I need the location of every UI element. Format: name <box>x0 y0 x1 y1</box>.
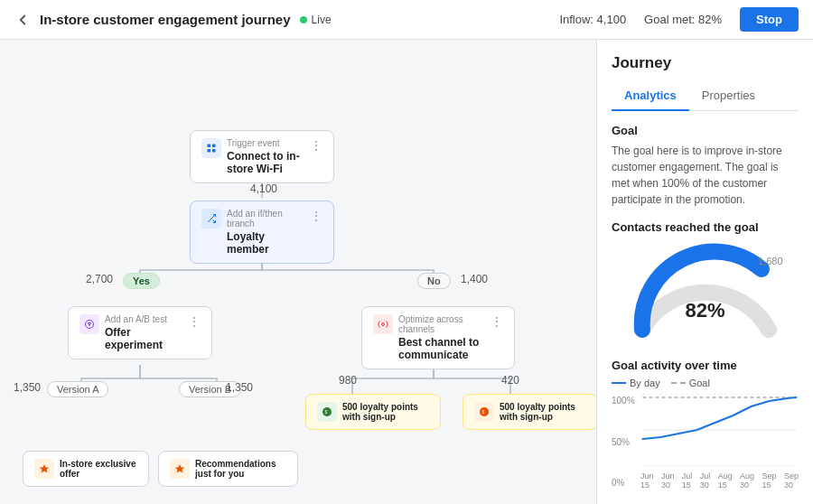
header-right: Inflow: 4,100 Goal met: 82% Stop <box>559 7 799 32</box>
x-label-jun15: Jun15 <box>640 471 654 490</box>
stop-button[interactable]: Stop <box>740 7 799 32</box>
y-label-0: 0% <box>612 478 637 488</box>
trigger-icon <box>201 138 221 158</box>
offer2-icon: $ <box>474 402 494 422</box>
exclusive-title: In-store exclusive offer <box>60 459 137 479</box>
tab-properties[interactable]: Properties <box>689 81 768 111</box>
journey-canvas: Trigger event Connect to in-store Wi-Fi … <box>0 40 596 504</box>
back-button[interactable] <box>14 12 31 28</box>
optimize-menu[interactable]: ⋮ <box>491 314 503 329</box>
ab-test-menu[interactable]: ⋮ <box>188 314 201 329</box>
svg-text:$: $ <box>482 409 485 415</box>
recommendations-node: Recommendations just for you <box>158 451 298 487</box>
live-badge: Live <box>300 14 332 26</box>
y-axis-labels: 100% 50% 0% <box>612 394 637 490</box>
count-version-a: 1,350 <box>14 381 41 394</box>
trigger-node-menu[interactable]: ⋮ <box>310 138 322 153</box>
x-label-jul30: Jul30 <box>700 471 711 490</box>
svg-rect-6 <box>212 149 216 153</box>
x-label-sep15: Sep15 <box>762 471 777 490</box>
version-a-label: Version A <box>57 384 98 395</box>
x-label-jul15: Jul15 <box>682 471 693 490</box>
panel-header: Journey Analytics Properties <box>597 40 813 111</box>
recommendations-icon <box>170 459 190 479</box>
svg-text:1,680: 1,680 <box>758 256 783 266</box>
no-badge: No <box>417 273 451 289</box>
branch-node-title: Loyalty member <box>227 230 304 256</box>
gauge-chart: 0 100% 1,680 <box>624 239 787 339</box>
offer1-icon: $ <box>317 402 337 422</box>
activity-title: Goal activity over time <box>612 359 799 372</box>
legend-goal-label: Goal <box>689 378 710 388</box>
svg-rect-4 <box>212 145 216 148</box>
legend-goal: Goal <box>671 378 710 388</box>
live-label: Live <box>312 14 332 26</box>
trigger-node-label: Trigger event <box>227 138 304 148</box>
offer2-node: $ 500 loyalty points with sign-up <box>463 394 596 430</box>
page-title: In-store customer engagement journey <box>40 12 291 27</box>
branch-node-menu[interactable]: ⋮ <box>310 209 322 223</box>
contacts-title: Contacts reached the goal <box>612 220 799 234</box>
ab-test-node: Add an A/B test Offer experiment ⋮ <box>68 306 212 359</box>
exclusive-icon <box>34 459 54 479</box>
y-label-100: 100% <box>612 396 637 406</box>
tabs: Analytics Properties <box>612 81 799 111</box>
legend-by-day-label: By day <box>630 378 660 388</box>
svg-text:100%: 100% <box>762 337 787 339</box>
optimize-label: Optimize across channels <box>398 314 485 334</box>
activity-chart-svg <box>640 394 799 466</box>
ab-test-icon <box>79 314 99 334</box>
svg-text:0: 0 <box>633 337 639 339</box>
goal-text: The goal here is to improve in-store cus… <box>612 143 799 208</box>
ab-test-label: Add an A/B test <box>105 314 182 324</box>
optimize-title: Best channel to communicate <box>398 336 485 361</box>
gauge-percent: 82% <box>685 299 724 322</box>
svg-rect-3 <box>208 145 211 148</box>
tab-analytics[interactable]: Analytics <box>612 81 689 111</box>
live-dot <box>300 16 307 23</box>
optimize-node: Optimize across channels Best channel to… <box>361 306 515 369</box>
y-label-50: 50% <box>612 437 637 447</box>
inflow-label: Inflow: 4,100 <box>559 13 626 26</box>
trigger-node-title: Connect to in-store Wi-Fi <box>227 150 304 175</box>
right-panel: Journey Analytics Properties Goal The go… <box>596 40 813 504</box>
activity-section: Goal activity over time By day Goal 100% <box>612 359 799 490</box>
chart-legend: By day Goal <box>612 378 799 388</box>
branch-node: Add an if/then branch Loyalty member ⋮ <box>190 201 334 264</box>
count-no: 1,400 <box>461 273 488 285</box>
offer1-node: $ 500 loyalty points with sign-up <box>305 394 441 430</box>
branch-node-label: Add an if/then branch <box>227 209 304 229</box>
branch-icon <box>201 209 221 229</box>
yes-label: Yes <box>133 275 150 286</box>
x-label-jun30: Jun30 <box>661 471 675 490</box>
svg-marker-15 <box>40 464 49 473</box>
main: Trigger event Connect to in-store Wi-Fi … <box>0 40 813 504</box>
x-axis-labels: Jun15 Jun30 Jul15 Jul30 Aug15 Aug30 Sep1… <box>640 471 799 490</box>
chart-wrapper: 100% 50% 0% <box>612 394 799 490</box>
count-980: 980 <box>339 374 357 387</box>
recommendations-title: Recommendations just for you <box>195 459 286 479</box>
goal-title: Goal <box>612 124 799 137</box>
chart-area: Jun15 Jun30 Jul15 Jul30 Aug15 Aug30 Sep1… <box>640 394 799 490</box>
trigger-node: Trigger event Connect to in-store Wi-Fi … <box>190 130 334 183</box>
header: In-store customer engagement journey Liv… <box>0 0 813 40</box>
legend-goal-line <box>671 382 686 384</box>
legend-by-day: By day <box>612 378 660 388</box>
count-version-b: 1,350 <box>226 381 253 394</box>
panel-title: Journey <box>612 54 799 72</box>
offer2-title: 500 loyalty points with sign-up <box>500 402 586 422</box>
panel-content: Goal The goal here is to improve in-stor… <box>597 111 813 502</box>
count-main: 4,100 <box>250 182 277 195</box>
version-a-badge: Version A <box>47 381 108 397</box>
svg-point-10 <box>382 323 385 326</box>
x-label-sep30: Sep30 <box>784 471 799 490</box>
x-label-aug30: Aug30 <box>740 471 754 490</box>
count-yes: 2,700 <box>86 273 113 285</box>
canvas-connections <box>0 40 596 504</box>
x-label-aug15: Aug15 <box>718 471 733 490</box>
goal-met-label: Goal met: 82% <box>644 13 722 26</box>
optimize-icon <box>373 314 393 334</box>
offer1-title: 500 loyalty points with sign-up <box>342 402 429 422</box>
legend-by-day-line <box>612 382 626 384</box>
no-label: No <box>427 275 441 286</box>
